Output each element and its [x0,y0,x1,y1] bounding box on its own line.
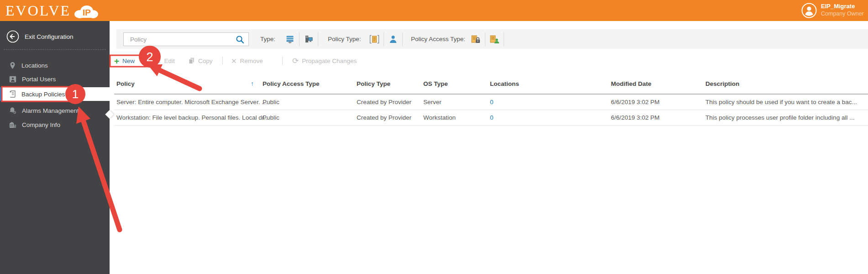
cell-modified-date: 6/6/2019 3:02 PM [611,99,660,105]
top-header-bar: EVOLVE IP EIP_Migrate Company Owner [0,0,868,21]
propagate-icon: ⟳ [292,58,299,64]
filter-public-policy-button[interactable] [485,32,504,46]
edit-button[interactable]: ✎ Edit [155,54,175,68]
evolve-logo: EVOLVE IP [5,1,99,20]
remove-button[interactable]: ✕ Remove [231,54,263,68]
locations-count-link[interactable]: 0 [490,114,494,121]
filter-type-label: Type: [260,36,275,42]
public-policy-icon [489,35,500,44]
provider-policy-icon [369,35,379,44]
exit-configuration-button[interactable]: Exit Configuration [0,28,110,45]
toolbar: + New ✎ Edit Copy ✕ Remove ⟳ Propagate C… [110,54,868,68]
sidebar-item-locations[interactable]: Locations [0,58,110,72]
cell-policy-type: Created by Provider [357,114,411,121]
portal-user-icon [9,76,16,83]
cell-policy-type: Created by Provider [357,99,411,105]
sidebar-item-label: Portal Users [22,76,56,83]
copy-button[interactable]: Copy [188,54,213,68]
column-header-description[interactable]: Description [705,80,739,87]
new-button[interactable]: + New [114,54,135,68]
sidebar-divider [4,49,106,50]
remove-button-label: Remove [240,58,263,64]
column-header-policy[interactable]: Policy [116,80,135,87]
column-header-os-type[interactable]: OS Type [423,80,448,87]
policy-search-input[interactable] [129,36,236,43]
sidebar-item-alarms-management[interactable]: Alarms Management [0,104,110,117]
user-policy-icon [389,35,398,44]
location-pin-icon [9,62,16,69]
propagate-button-label: Propagate Changes [302,58,357,64]
pencil-icon: ✎ [155,58,161,64]
building-icon [9,121,16,128]
copy-button-label: Copy [198,58,213,64]
filter-server-type-button[interactable] [281,32,300,46]
user-avatar-icon [801,3,817,18]
alarm-bell-icon [9,107,16,114]
cell-modified-date: 6/6/2019 3:02 PM [611,114,660,121]
remove-x-icon: ✕ [231,58,237,64]
column-header-policy-access-type[interactable]: Policy Access Type [263,80,320,87]
sidebar-item-label: Backup Policies [21,91,65,98]
logo-cloud-ip-icon: IP [73,3,99,20]
workstation-type-icon [304,35,313,44]
cell-policy-access-type: Public [263,99,279,105]
filter-workstation-type-button[interactable] [300,32,318,46]
cell-policy: Server: Entire computer. Microsoft Excha… [116,99,267,105]
toolbar-divider [282,57,283,65]
user-role: Company Owner [821,10,864,17]
search-icon[interactable] [236,35,244,44]
cell-description: This policy should be used if you want t… [705,99,857,105]
locations-count-link[interactable]: 0 [490,99,494,105]
policy-search-box [123,32,249,46]
cell-os-type: Server [423,99,442,105]
filter-access-type-label: Policy Access Type: [411,36,465,42]
private-policy-icon [471,35,481,44]
user-menu[interactable]: EIP_Migrate Company Owner [801,2,864,18]
column-header-locations[interactable]: Locations [490,80,519,87]
filter-provider-policy-button[interactable] [365,32,384,46]
filter-bar: Type: Polic [116,29,868,49]
filter-policy-type-label: Policy Type: [328,36,361,42]
annotation-arrow-2 [147,64,200,89]
logo-text: EVOLVE [5,1,71,20]
column-header-modified-date[interactable]: Modified Date [611,80,652,87]
sort-ascending-icon: ↑ [251,80,254,87]
sidebar: Exit Configuration Locations Portal User… [0,21,110,274]
backup-policies-icon [9,90,16,98]
svg-text:IP: IP [83,8,91,17]
header-separator [114,94,868,95]
row-separator [114,125,868,126]
sidebar-item-company-info[interactable]: Company Info [0,118,110,132]
copy-icon [188,57,195,64]
backup-policies-page: EVOLVE IP EIP_Migrate Company Owner [0,0,868,274]
sidebar-item-label: Locations [21,62,48,69]
user-name: EIP_Migrate [821,2,864,10]
exit-configuration-label: Exit Configuration [25,33,74,40]
toolbar-divider [222,57,223,65]
plus-icon: + [114,57,119,65]
cell-policy: Workstation: File level backup. Personal… [116,114,269,121]
cell-policy-access-type: Public [263,114,279,121]
edit-button-label: Edit [164,58,175,64]
server-type-icon [285,35,295,44]
filter-private-policy-button[interactable] [467,32,485,46]
sidebar-item-label: Company Info [22,121,60,128]
row-separator [114,110,868,110]
cell-os-type: Workstation [423,114,456,121]
sidebar-item-label: Alarms Management [22,107,79,114]
column-header-policy-type[interactable]: Policy Type [357,80,390,87]
filter-user-policy-button[interactable] [384,32,403,46]
sidebar-item-backup-policies[interactable]: Backup Policies [0,87,110,101]
cell-description: This policy processes user profile folde… [705,114,854,121]
new-button-label: New [122,58,135,64]
back-arrow-icon [6,30,19,43]
propagate-changes-button[interactable]: ⟳ Propagate Changes [292,54,357,68]
sidebar-item-portal-users[interactable]: Portal Users [0,72,110,86]
